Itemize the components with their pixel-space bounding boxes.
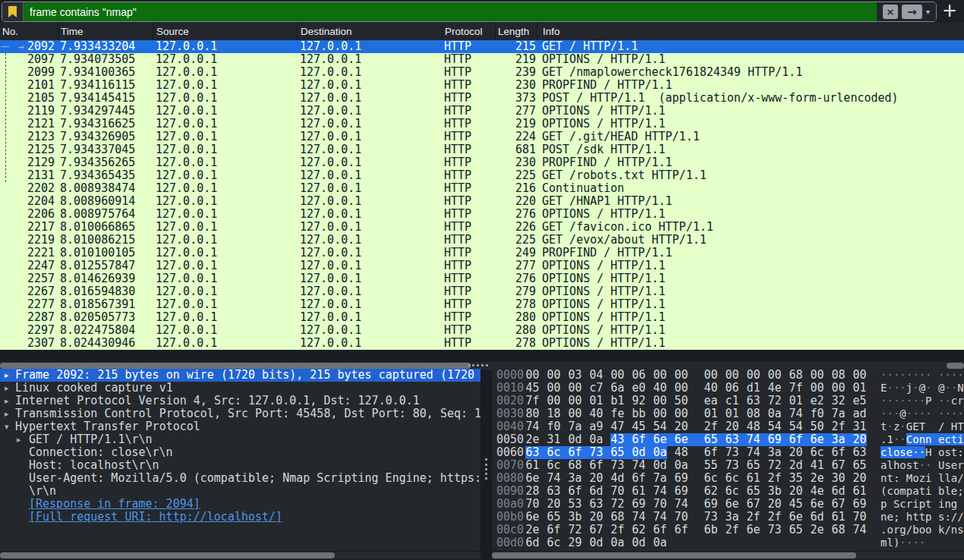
hex-byte[interactable]: 65 xyxy=(746,459,761,472)
hex-row[interactable]: 00207f000001b1920050eac1637201e232e5····… xyxy=(492,395,964,407)
hex-byte[interactable]: 3a xyxy=(831,433,846,446)
hex-byte[interactable]: 54 xyxy=(767,420,782,433)
hex-byte[interactable]: 40 xyxy=(589,407,603,420)
hex-row[interactable]: 0010450000c76ae040004006d14e7f000001E···… xyxy=(492,382,964,395)
hex-byte[interactable]: 67 xyxy=(831,498,846,511)
packet-row[interactable]: 22218.010100105127.0.0.1127.0.0.1HTTP249… xyxy=(0,247,964,260)
hex-byte[interactable]: 61 xyxy=(852,485,867,498)
hex-byte[interactable]: 7a xyxy=(831,407,846,420)
hex-byte[interactable]: 6e xyxy=(810,498,824,511)
filter-bookmark-button[interactable] xyxy=(2,2,24,21)
hex-byte[interactable]: 74 xyxy=(789,407,803,420)
packet-row[interactable]: 23078.024430946127.0.0.1127.0.0.1HTTP278… xyxy=(0,337,964,350)
clear-filter-button[interactable]: × xyxy=(883,5,898,19)
hex-byte[interactable]: 6c xyxy=(547,446,561,459)
detail-line[interactable]: ▸Frame 2092: 215 bytes on wire (1720 bit… xyxy=(0,369,480,382)
hex-byte[interactable]: 00 xyxy=(653,369,667,382)
packet-row[interactable]: 22048.008960914127.0.0.1127.0.0.1HTTP220… xyxy=(0,195,964,208)
packet-row[interactable]: 20977.934073505127.0.0.1127.0.0.1HTTP219… xyxy=(0,53,964,66)
detail-line[interactable]: User-Agent: Mozilla/5.0 (compatible; Nma… xyxy=(0,472,480,485)
hex-byte[interactable]: 68 xyxy=(831,524,846,536)
packet-row[interactable]: 21017.934116115127.0.0.1127.0.0.1HTTP230… xyxy=(0,79,964,92)
hex-byte[interactable]: bb xyxy=(632,407,646,420)
hex-byte[interactable]: 18 xyxy=(547,407,561,420)
packet-row[interactable]: 22978.022475804127.0.0.1127.0.0.1HTTP280… xyxy=(0,324,964,337)
hex-byte[interactable]: 65 xyxy=(704,433,718,446)
hex-byte[interactable]: 3a xyxy=(568,472,582,485)
hex-byte[interactable]: 67 xyxy=(589,524,603,536)
ascii-text[interactable]: nt: Mozi lla/5.0 xyxy=(881,472,964,485)
hex-byte[interactable]: 74 xyxy=(674,498,688,511)
hex-byte[interactable]: 6f xyxy=(632,472,646,485)
hex-row[interactable]: 00d06d6c290d0a0d0aml)···· xyxy=(492,536,964,549)
hex-byte[interactable]: 08 xyxy=(746,407,761,420)
hex-byte[interactable]: 74 xyxy=(632,459,646,472)
hex-byte[interactable]: 6f xyxy=(831,446,846,459)
hex-byte[interactable]: 73 xyxy=(767,524,782,536)
chevron-collapsed-icon[interactable]: ▸ xyxy=(17,433,21,446)
hex-byte[interactable]: 6e xyxy=(789,511,803,524)
hex-byte[interactable]: 63 xyxy=(852,446,867,459)
chevron-expanded-icon[interactable]: ▾ xyxy=(5,420,9,433)
hex-byte[interactable]: 6f xyxy=(674,524,688,536)
hex-row[interactable]: 00806e743a204d6f7a696c6c612f352e3020nt: … xyxy=(492,472,964,485)
hex-byte[interactable]: 72 xyxy=(767,459,782,472)
hex-byte[interactable]: 01 xyxy=(852,382,867,395)
hex-byte[interactable]: 0a xyxy=(653,536,667,549)
hex-byte[interactable]: 00 xyxy=(610,369,625,382)
hex-row[interactable]: 003080180040febb00000101080a74f07aad···@… xyxy=(492,407,964,420)
packet-row[interactable]: 21317.934365435127.0.0.1127.0.0.1HTTP225… xyxy=(0,169,964,182)
hex-byte[interactable]: 20 xyxy=(589,511,603,524)
hex-byte[interactable]: 6e xyxy=(810,433,824,446)
packet-row[interactable]: 21297.934356265127.0.0.1127.0.0.1HTTP230… xyxy=(0,156,964,169)
packet-row[interactable]: 21197.934297445127.0.0.1127.0.0.1HTTP277… xyxy=(0,105,964,118)
hex-byte[interactable]: 4e xyxy=(810,485,824,498)
hex-byte[interactable]: 00 xyxy=(568,407,582,420)
hex-byte[interactable]: c7 xyxy=(589,382,603,395)
hex-byte[interactable]: f0 xyxy=(810,407,824,420)
hex-byte[interactable]: 2e xyxy=(525,524,540,536)
hex-row[interactable]: 00a07020536372697074696e6720456e6769p Sc… xyxy=(492,498,964,511)
hex-byte[interactable]: 28 xyxy=(525,485,540,498)
hex-row[interactable]: 000000000304000600000000000068000800····… xyxy=(492,369,964,382)
packet-row[interactable]: 21217.934316625127.0.0.1127.0.0.1HTTP219… xyxy=(0,118,964,131)
hex-byte[interactable]: 65 xyxy=(789,524,803,536)
hex-byte[interactable]: 70 xyxy=(525,498,540,511)
hex-byte[interactable]: 00 xyxy=(547,369,561,382)
ascii-text[interactable]: ml)···· xyxy=(881,536,964,549)
hex-byte[interactable]: 70 xyxy=(852,511,867,524)
hex-byte[interactable]: 6f xyxy=(653,524,667,536)
column-header-no[interactable]: No. xyxy=(0,23,58,40)
hex-byte[interactable]: 01 xyxy=(725,407,739,420)
hex-byte[interactable]: b1 xyxy=(610,395,625,407)
hex-byte[interactable]: 3b xyxy=(767,485,782,498)
hex-byte[interactable]: 61 xyxy=(831,511,846,524)
hex-row[interactable]: 0070616c686f73740d0a557365722d416765alho… xyxy=(492,459,964,472)
ascii-text[interactable]: E···j·@· @··N···· xyxy=(881,382,964,395)
hex-byte[interactable]: 74 xyxy=(746,433,761,446)
hex-byte[interactable]: 6f xyxy=(547,524,561,536)
hex-byte[interactable]: 6f xyxy=(589,459,603,472)
hex-byte[interactable]: 45 xyxy=(525,382,540,395)
hex-byte[interactable]: 4e xyxy=(767,382,782,395)
scrollbar-corner[interactable] xyxy=(947,363,964,369)
detail-link[interactable]: [Response in frame: 2094] xyxy=(0,498,480,511)
hex-byte[interactable]: 69 xyxy=(704,498,718,511)
hex-byte[interactable]: 50 xyxy=(810,420,824,433)
hex-byte[interactable]: 65 xyxy=(746,485,761,498)
hex-row[interactable]: 00502e310d0a436f6e6e656374696f6e3a20.1··… xyxy=(492,433,964,446)
hex-byte[interactable]: 45 xyxy=(632,420,646,433)
detail-line[interactable]: ▾Hypertext Transfer Protocol xyxy=(0,420,480,433)
hex-byte[interactable]: 3b xyxy=(568,511,582,524)
hex-byte[interactable]: 65 xyxy=(610,446,625,459)
hex-byte[interactable]: 04 xyxy=(589,369,603,382)
hex-byte[interactable]: e0 xyxy=(632,382,646,395)
hex-row[interactable]: 009028636f6d70617469626c653b204e6d61(com… xyxy=(492,485,964,498)
hex-byte[interactable]: 6c xyxy=(704,472,718,485)
hex-byte[interactable]: 41 xyxy=(810,459,824,472)
hex-byte[interactable]: 29 xyxy=(568,536,582,549)
hex-byte[interactable]: 00 xyxy=(852,369,867,382)
hex-byte[interactable]: 61 xyxy=(746,472,761,485)
hex-byte[interactable]: 62 xyxy=(704,485,718,498)
packet-row[interactable]: 20997.934100365127.0.0.1127.0.0.1HTTP239… xyxy=(0,66,964,79)
